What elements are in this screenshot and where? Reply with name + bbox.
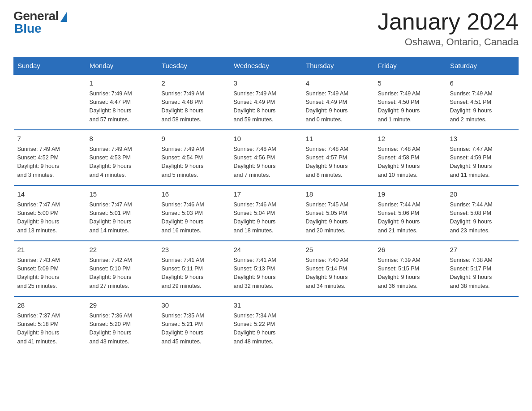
day-cell: 3Sunrise: 7:49 AM Sunset: 4:49 PM Daylig…: [230, 74, 302, 130]
day-header-sunday: Sunday: [14, 57, 86, 75]
day-info: Sunrise: 7:37 AM Sunset: 5:18 PM Dayligh…: [17, 312, 82, 347]
day-cell: 1Sunrise: 7:49 AM Sunset: 4:47 PM Daylig…: [86, 74, 158, 130]
day-cell: 27Sunrise: 7:38 AM Sunset: 5:17 PM Dayli…: [446, 241, 519, 296]
day-header-monday: Monday: [86, 57, 158, 75]
day-header-friday: Friday: [374, 57, 446, 75]
day-info: Sunrise: 7:49 AM Sunset: 4:52 PM Dayligh…: [17, 145, 82, 180]
logo-blue-text: Blue: [14, 21, 42, 36]
week-row-4: 21Sunrise: 7:43 AM Sunset: 5:09 PM Dayli…: [14, 241, 519, 296]
day-info: Sunrise: 7:46 AM Sunset: 5:04 PM Dayligh…: [234, 201, 299, 235]
day-cell: 26Sunrise: 7:39 AM Sunset: 5:15 PM Dayli…: [374, 241, 446, 296]
day-info: Sunrise: 7:49 AM Sunset: 4:50 PM Dayligh…: [378, 90, 443, 124]
day-info: Sunrise: 7:47 AM Sunset: 5:01 PM Dayligh…: [90, 201, 154, 235]
day-header-thursday: Thursday: [302, 57, 374, 75]
day-number: 1: [90, 78, 154, 89]
day-number: 25: [306, 245, 371, 255]
day-info: Sunrise: 7:49 AM Sunset: 4:51 PM Dayligh…: [450, 90, 515, 124]
day-info: Sunrise: 7:43 AM Sunset: 5:09 PM Dayligh…: [17, 256, 82, 291]
calendar-body: 1Sunrise: 7:49 AM Sunset: 4:47 PM Daylig…: [14, 74, 519, 351]
day-info: Sunrise: 7:42 AM Sunset: 5:10 PM Dayligh…: [90, 256, 154, 291]
page-header: General Blue January 2024 Oshawa, Ontari…: [13, 9, 519, 48]
day-info: Sunrise: 7:49 AM Sunset: 4:47 PM Dayligh…: [90, 90, 154, 124]
day-number: 31: [234, 300, 299, 311]
day-info: Sunrise: 7:44 AM Sunset: 5:06 PM Dayligh…: [378, 201, 443, 235]
day-info: Sunrise: 7:45 AM Sunset: 5:05 PM Dayligh…: [306, 201, 371, 235]
day-cell: 23Sunrise: 7:41 AM Sunset: 5:11 PM Dayli…: [158, 241, 230, 296]
day-info: Sunrise: 7:49 AM Sunset: 4:53 PM Dayligh…: [90, 145, 154, 180]
day-cell: 8Sunrise: 7:49 AM Sunset: 4:53 PM Daylig…: [86, 130, 158, 185]
day-number: 28: [17, 300, 82, 311]
day-info: Sunrise: 7:41 AM Sunset: 5:13 PM Dayligh…: [234, 256, 299, 291]
logo: General Blue: [13, 9, 67, 36]
day-info: Sunrise: 7:49 AM Sunset: 4:48 PM Dayligh…: [162, 90, 227, 124]
day-number: 29: [90, 300, 154, 311]
day-info: Sunrise: 7:44 AM Sunset: 5:08 PM Dayligh…: [450, 201, 515, 235]
day-cell: 22Sunrise: 7:42 AM Sunset: 5:10 PM Dayli…: [86, 241, 158, 296]
day-info: Sunrise: 7:41 AM Sunset: 5:11 PM Dayligh…: [162, 256, 227, 291]
day-cell: 5Sunrise: 7:49 AM Sunset: 4:50 PM Daylig…: [374, 74, 446, 130]
day-number: 3: [234, 78, 299, 89]
week-row-1: 1Sunrise: 7:49 AM Sunset: 4:47 PM Daylig…: [14, 74, 519, 130]
day-cell: 12Sunrise: 7:48 AM Sunset: 4:58 PM Dayli…: [374, 130, 446, 185]
day-info: Sunrise: 7:46 AM Sunset: 5:03 PM Dayligh…: [162, 201, 227, 235]
day-number: 17: [234, 189, 299, 200]
day-info: Sunrise: 7:48 AM Sunset: 4:58 PM Dayligh…: [378, 145, 443, 180]
day-number: 20: [450, 189, 515, 200]
day-number: 27: [450, 245, 515, 255]
day-number: 4: [306, 78, 371, 89]
day-cell: [446, 296, 519, 351]
day-cell: 7Sunrise: 7:49 AM Sunset: 4:52 PM Daylig…: [14, 130, 86, 185]
day-cell: [374, 296, 446, 351]
day-cell: 24Sunrise: 7:41 AM Sunset: 5:13 PM Dayli…: [230, 241, 302, 296]
day-info: Sunrise: 7:49 AM Sunset: 4:49 PM Dayligh…: [234, 90, 299, 124]
day-number: 26: [378, 245, 443, 255]
day-header-wednesday: Wednesday: [230, 57, 302, 75]
day-cell: 13Sunrise: 7:47 AM Sunset: 4:59 PM Dayli…: [446, 130, 519, 185]
day-info: Sunrise: 7:49 AM Sunset: 4:54 PM Dayligh…: [162, 145, 227, 180]
day-cell: 19Sunrise: 7:44 AM Sunset: 5:06 PM Dayli…: [374, 185, 446, 241]
day-cell: 18Sunrise: 7:45 AM Sunset: 5:05 PM Dayli…: [302, 185, 374, 241]
day-number: 19: [378, 189, 443, 200]
day-info: Sunrise: 7:47 AM Sunset: 5:00 PM Dayligh…: [17, 201, 82, 235]
day-number: 13: [450, 134, 515, 144]
day-number: 16: [162, 189, 227, 200]
day-cell: 10Sunrise: 7:48 AM Sunset: 4:56 PM Dayli…: [230, 130, 302, 185]
week-row-3: 14Sunrise: 7:47 AM Sunset: 5:00 PM Dayli…: [14, 185, 519, 241]
day-header-saturday: Saturday: [446, 57, 519, 75]
day-number: 6: [450, 78, 515, 89]
day-info: Sunrise: 7:38 AM Sunset: 5:17 PM Dayligh…: [450, 256, 515, 291]
day-cell: 6Sunrise: 7:49 AM Sunset: 4:51 PM Daylig…: [446, 74, 519, 130]
day-cell: 21Sunrise: 7:43 AM Sunset: 5:09 PM Dayli…: [14, 241, 86, 296]
day-cell: [14, 74, 86, 130]
day-number: 5: [378, 78, 443, 89]
day-info: Sunrise: 7:40 AM Sunset: 5:14 PM Dayligh…: [306, 256, 371, 291]
calendar-table: SundayMondayTuesdayWednesdayThursdayFrid…: [13, 57, 519, 351]
day-cell: [302, 296, 374, 351]
day-cell: 2Sunrise: 7:49 AM Sunset: 4:48 PM Daylig…: [158, 74, 230, 130]
day-cell: 17Sunrise: 7:46 AM Sunset: 5:04 PM Dayli…: [230, 185, 302, 241]
day-cell: 20Sunrise: 7:44 AM Sunset: 5:08 PM Dayli…: [446, 185, 519, 241]
day-cell: 14Sunrise: 7:47 AM Sunset: 5:00 PM Dayli…: [14, 185, 86, 241]
day-cell: 11Sunrise: 7:48 AM Sunset: 4:57 PM Dayli…: [302, 130, 374, 185]
day-number: 10: [234, 134, 299, 144]
day-info: Sunrise: 7:34 AM Sunset: 5:22 PM Dayligh…: [234, 312, 299, 347]
week-row-5: 28Sunrise: 7:37 AM Sunset: 5:18 PM Dayli…: [14, 296, 519, 351]
day-number: 2: [162, 78, 227, 89]
day-header-tuesday: Tuesday: [158, 57, 230, 75]
day-info: Sunrise: 7:35 AM Sunset: 5:21 PM Dayligh…: [162, 312, 227, 347]
day-number: 8: [90, 134, 154, 144]
day-cell: 29Sunrise: 7:36 AM Sunset: 5:20 PM Dayli…: [86, 296, 158, 351]
days-of-week-row: SundayMondayTuesdayWednesdayThursdayFrid…: [14, 57, 519, 75]
day-info: Sunrise: 7:36 AM Sunset: 5:20 PM Dayligh…: [90, 312, 154, 347]
day-number: 15: [90, 189, 154, 200]
day-info: Sunrise: 7:48 AM Sunset: 4:57 PM Dayligh…: [306, 145, 371, 180]
day-number: 22: [90, 245, 154, 255]
day-number: 21: [17, 245, 82, 255]
day-number: 7: [17, 134, 82, 144]
week-row-2: 7Sunrise: 7:49 AM Sunset: 4:52 PM Daylig…: [14, 130, 519, 185]
day-number: 12: [378, 134, 443, 144]
day-cell: 9Sunrise: 7:49 AM Sunset: 4:54 PM Daylig…: [158, 130, 230, 185]
day-cell: 16Sunrise: 7:46 AM Sunset: 5:03 PM Dayli…: [158, 185, 230, 241]
day-cell: 15Sunrise: 7:47 AM Sunset: 5:01 PM Dayli…: [86, 185, 158, 241]
day-number: 18: [306, 189, 371, 200]
